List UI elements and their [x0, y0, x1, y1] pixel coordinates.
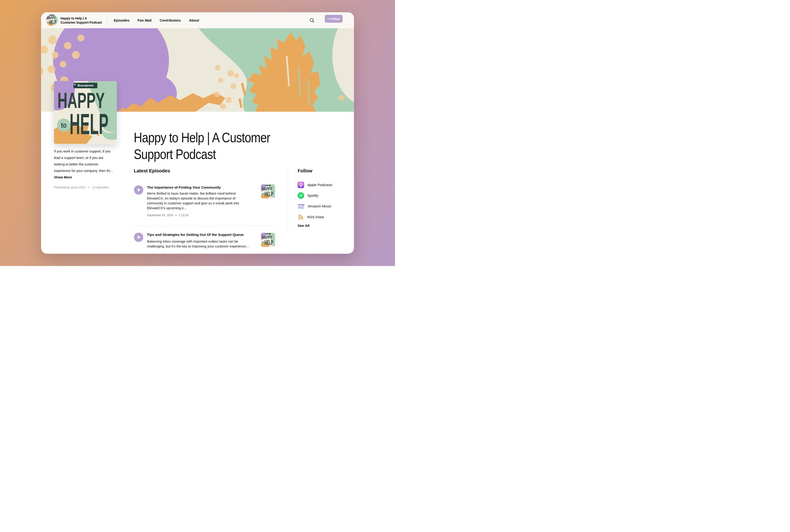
- podcast-artwork: Buzzsprout HAPPY to HELP: [46, 14, 58, 26]
- buzzsprout-sprout-icon: [265, 185, 266, 186]
- description-line: lead a support team, or if you are: [54, 155, 120, 161]
- amazon-music-icon: amazon music: [298, 203, 305, 209]
- episode-1: The Importance of Finding Your Community…: [147, 185, 249, 217]
- episode-1-description: We're thrilled to have Sarah Hatter, the…: [147, 191, 249, 211]
- episode-divider: [134, 226, 275, 226]
- episode-2-thumbnail[interactable]: Buzzsprout HAPPY to HELP: [261, 233, 275, 247]
- artwork-to-circle: to: [262, 193, 265, 196]
- apple-podcasts-icon: [298, 182, 304, 188]
- page-title: Happy to Help | A Customer Support Podca…: [134, 129, 309, 163]
- main-nav: Episodes Fan Mail Contributors About: [114, 12, 199, 28]
- site-logo[interactable]: Buzzsprout HAPPY to HELP: [46, 14, 58, 26]
- brand-title-line1: Happy to Help | A: [60, 16, 102, 20]
- show-more-link[interactable]: Show More: [54, 174, 120, 180]
- buzzsprout-sprout-icon: [50, 15, 50, 15]
- follow-heading: Follow: [298, 168, 312, 174]
- artwork-word-to: to: [263, 193, 264, 195]
- follow-item-spotify[interactable]: Spotify: [298, 192, 318, 199]
- follow-label-rss-feed: RSS Feed: [307, 215, 324, 219]
- buzzsprout-badge-label: Buzzsprout: [51, 15, 54, 16]
- header-divider: [107, 16, 107, 25]
- follow-label-apple-podcasts: Apple Podcasts: [307, 183, 333, 187]
- rss-icon: [298, 214, 304, 220]
- play-button-episode-1[interactable]: [134, 185, 143, 195]
- brand-title-line2: Customer Support Podcast: [60, 20, 102, 24]
- artwork-to-circle: to: [57, 118, 71, 132]
- follow-label-spotify: Spotify: [307, 193, 318, 198]
- episode-1-duration: 1:13:16: [179, 214, 188, 217]
- artwork-word-help: HELP: [264, 191, 273, 197]
- episode-1-title[interactable]: The Importance of Finding Your Community: [147, 185, 249, 190]
- follow-button[interactable]: + Follow: [325, 15, 343, 23]
- buzzsprout-badge: Buzzsprout: [74, 83, 97, 88]
- podcast-description: If you work in customer support, if you …: [54, 148, 120, 180]
- episode-count: 13 episodes: [92, 186, 109, 189]
- latest-episodes-heading: Latest Episodes: [134, 168, 170, 174]
- nav-episodes[interactable]: Episodes: [114, 18, 129, 22]
- podcast-artwork: Buzzsprout HAPPY to HELP: [261, 185, 275, 198]
- podcast-cover-image: Buzzsprout HAPPY to HELP: [54, 81, 117, 144]
- podcast-artwork: Buzzsprout HAPPY to HELP: [261, 233, 275, 247]
- search-icon[interactable]: [309, 17, 315, 23]
- nav-fan-mail[interactable]: Fan Mail: [137, 18, 151, 22]
- buzzsprout-sprout-icon: [74, 83, 76, 86]
- artwork-word-help: HELP: [70, 110, 109, 139]
- meta-separator-dot: [88, 187, 89, 188]
- follow-label-amazon-music: Amazon Music: [308, 204, 332, 208]
- buzzsprout-badge-label: Buzzsprout: [266, 185, 269, 186]
- artwork-to-circle: to: [262, 241, 265, 244]
- page-background: Buzzsprout HAPPY to HELP Happy to Help |…: [0, 0, 395, 266]
- episode-1-date: September 03, 2024: [147, 214, 173, 217]
- description-line: looking to better the customer: [54, 161, 120, 168]
- buzzsprout-sprout-icon: [265, 233, 266, 234]
- podcasting-since: Podcasting since 2023: [54, 186, 86, 189]
- spotify-icon: [298, 192, 304, 199]
- meta-separator-dot: [175, 215, 176, 216]
- podcast-site-card: Buzzsprout HAPPY to HELP Happy to Help |…: [41, 12, 354, 254]
- nav-about[interactable]: About: [189, 18, 199, 22]
- buzzsprout-badge-label: Buzzsprout: [77, 84, 93, 87]
- episode-1-meta: September 03, 2024 1:13:16: [147, 214, 249, 217]
- brand-title: Happy to Help | A Customer Support Podca…: [60, 16, 102, 24]
- artwork-word-to: to: [48, 22, 49, 23]
- artwork-word-help: HELP: [49, 20, 56, 25]
- svg-text:music: music: [298, 206, 304, 209]
- site-header: Buzzsprout HAPPY to HELP Happy to Help |…: [41, 12, 354, 28]
- artwork-word-help: HELP: [264, 239, 273, 246]
- artwork-word-to: to: [263, 242, 264, 244]
- nav-contributors[interactable]: Contributors: [160, 18, 181, 22]
- see-all-link[interactable]: See All: [298, 224, 309, 228]
- follow-item-apple-podcasts[interactable]: Apple Podcasts: [298, 182, 333, 188]
- follow-item-rss-feed[interactable]: RSS Feed: [298, 214, 324, 220]
- description-line: If you work in customer support, if you: [54, 148, 120, 155]
- episode-2: Tips and Strategies for Getting Out Of t…: [147, 232, 249, 249]
- episode-1-thumbnail[interactable]: Buzzsprout HAPPY to HELP: [261, 185, 275, 198]
- episode-2-title[interactable]: Tips and Strategies for Getting Out Of t…: [147, 232, 249, 238]
- episode-2-description: Balancing inbox coverage with important …: [147, 239, 249, 249]
- podcast-meta: Podcasting since 2023 13 episodes: [54, 186, 109, 189]
- podcast-artwork: Buzzsprout HAPPY to HELP: [54, 81, 117, 144]
- description-line: experience for your company, then thi...: [54, 168, 120, 174]
- follow-item-amazon-music[interactable]: amazon music Amazon Music: [298, 203, 332, 209]
- play-button-episode-2[interactable]: [134, 233, 143, 242]
- buzzsprout-badge-label: Buzzsprout: [266, 233, 269, 234]
- artwork-word-to: to: [61, 121, 67, 130]
